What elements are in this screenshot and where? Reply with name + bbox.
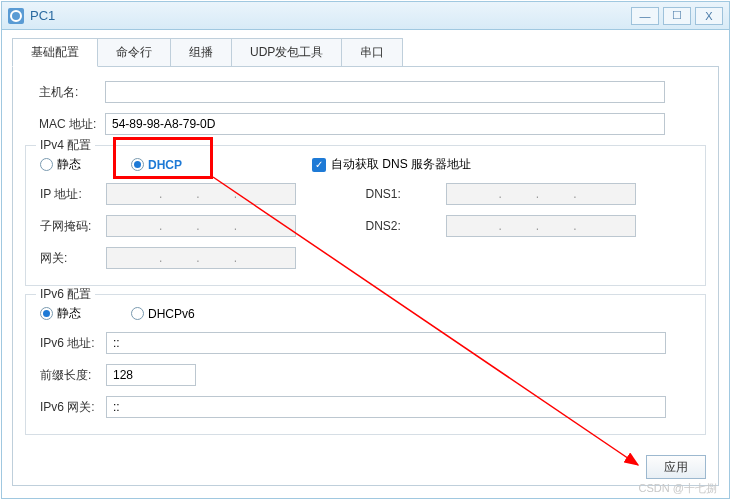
ipv6-dhcpv6-radio[interactable]: DHCPv6 xyxy=(131,307,195,321)
dns2-label: DNS2: xyxy=(366,219,446,233)
tab-udp[interactable]: UDP发包工具 xyxy=(231,38,342,67)
apply-button[interactable]: 应用 xyxy=(646,455,706,479)
maximize-button[interactable]: ☐ xyxy=(663,7,691,25)
ipv6-addr-label: IPv6 地址: xyxy=(26,335,106,352)
dns2-input[interactable] xyxy=(446,215,636,237)
dns1-label: DNS1: xyxy=(366,187,446,201)
ipv6-prefix-input[interactable] xyxy=(106,364,196,386)
mask-input[interactable] xyxy=(106,215,296,237)
hostname-label: 主机名: xyxy=(25,84,105,101)
ipv6-addr-input[interactable] xyxy=(106,332,666,354)
tab-basic[interactable]: 基础配置 xyxy=(12,38,98,67)
tab-serial[interactable]: 串口 xyxy=(341,38,403,67)
ipv4-options: 静态 DHCP ✓ 自动获取 DNS 服务器地址 xyxy=(26,156,705,173)
mac-input[interactable] xyxy=(105,113,665,135)
ipv6-gw-input[interactable] xyxy=(106,396,666,418)
gw-label: 网关: xyxy=(26,250,106,267)
ipv6-title: IPv6 配置 xyxy=(36,286,95,303)
auto-dns-checkbox[interactable]: ✓ 自动获取 DNS 服务器地址 xyxy=(312,156,471,173)
ip-input[interactable] xyxy=(106,183,296,205)
ipv4-static-label: 静态 xyxy=(57,156,81,173)
radio-icon xyxy=(40,158,53,171)
watermark: CSDN @十七捌 xyxy=(639,481,717,496)
tab-bar: 基础配置 命令行 组播 UDP发包工具 串口 xyxy=(12,38,719,67)
dns1-input[interactable] xyxy=(446,183,636,205)
content-panel: 主机名: MAC 地址: IPv4 配置 静态 DHCP ✓ 自动获取 DNS xyxy=(12,66,719,486)
app-icon xyxy=(8,8,24,24)
ipv6-options: 静态 DHCPv6 xyxy=(26,305,705,322)
mac-label: MAC 地址: xyxy=(25,116,105,133)
window-title: PC1 xyxy=(30,8,631,23)
titlebar: PC1 — ☐ X xyxy=(2,2,729,30)
ipv6-static-label: 静态 xyxy=(57,305,81,322)
ipv6-static-radio[interactable]: 静态 xyxy=(40,305,81,322)
ipv4-dhcp-label: DHCP xyxy=(148,158,182,172)
checkbox-icon: ✓ xyxy=(312,158,326,172)
minimize-button[interactable]: — xyxy=(631,7,659,25)
mask-label: 子网掩码: xyxy=(26,218,106,235)
ipv6-section: IPv6 配置 静态 DHCPv6 IPv6 地址: 前缀长度: IPv6 网关… xyxy=(25,294,706,435)
ipv4-static-radio[interactable]: 静态 xyxy=(40,156,81,173)
ipv4-section: IPv4 配置 静态 DHCP ✓ 自动获取 DNS 服务器地址 IP 地址: xyxy=(25,145,706,286)
radio-icon xyxy=(40,307,53,320)
ip-label: IP 地址: xyxy=(26,186,106,203)
auto-dns-label: 自动获取 DNS 服务器地址 xyxy=(331,156,471,173)
ipv4-dhcp-radio[interactable]: DHCP xyxy=(131,158,182,172)
window-buttons: — ☐ X xyxy=(631,7,723,25)
mac-row: MAC 地址: xyxy=(25,113,706,135)
radio-icon xyxy=(131,158,144,171)
ipv4-title: IPv4 配置 xyxy=(36,137,95,154)
ipv6-prefix-label: 前缀长度: xyxy=(26,367,106,384)
tab-multicast[interactable]: 组播 xyxy=(170,38,232,67)
hostname-row: 主机名: xyxy=(25,81,706,103)
radio-icon xyxy=(131,307,144,320)
window-frame: PC1 — ☐ X 基础配置 命令行 组播 UDP发包工具 串口 主机名: MA… xyxy=(1,1,730,499)
ipv6-gw-label: IPv6 网关: xyxy=(26,399,106,416)
hostname-input[interactable] xyxy=(105,81,665,103)
close-button[interactable]: X xyxy=(695,7,723,25)
gw-input[interactable] xyxy=(106,247,296,269)
ipv6-dhcpv6-label: DHCPv6 xyxy=(148,307,195,321)
tab-cmd[interactable]: 命令行 xyxy=(97,38,171,67)
